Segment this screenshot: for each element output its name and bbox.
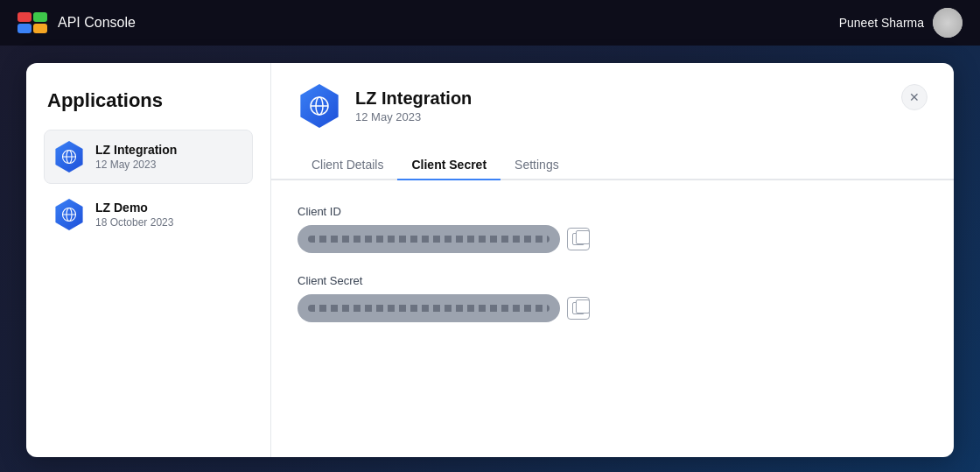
main-area: Applications LZ Integration 12 May 2023: [0, 46, 980, 472]
globe-icon-2: [61, 207, 77, 222]
client-secret-copy-button[interactable]: [567, 297, 590, 320]
client-id-row: [298, 225, 928, 253]
detail-title-wrap: LZ Integration 12 May 2023: [355, 88, 472, 123]
app-item-name-2: LZ Demo: [95, 201, 243, 215]
tab-client-details[interactable]: Client Details: [298, 151, 397, 180]
logo-sq-red: [18, 12, 32, 22]
tabs: Client Details Client Secret Settings: [271, 137, 954, 180]
logo-sq-yellow: [33, 24, 47, 33]
sidebar-item-lz-demo[interactable]: LZ Demo 18 October 2023: [44, 187, 253, 242]
detail-header: LZ Integration 12 May 2023 ✕: [271, 63, 954, 128]
sidebar-title: Applications: [44, 89, 253, 112]
copy-icon: [572, 233, 584, 245]
topnav-right: Puneet Sharma: [839, 8, 962, 38]
app-title: API Console: [58, 15, 136, 31]
detail-date: 12 May 2023: [355, 110, 472, 123]
sidebar-item-lz-integration[interactable]: LZ Integration 12 May 2023: [44, 130, 253, 184]
detail-icon-wrap: [298, 84, 341, 128]
user-name: Puneet Sharma: [839, 16, 924, 30]
app-icon-lz-demo: [53, 199, 85, 230]
close-button[interactable]: ✕: [901, 84, 928, 110]
client-id-field: Client ID: [298, 205, 928, 253]
app-item-info-1: LZ Integration 12 May 2023: [95, 143, 243, 171]
client-secret-label: Client Secret: [298, 274, 928, 287]
app-item-date-2: 18 October 2023: [95, 216, 243, 229]
tab-client-secret[interactable]: Client Secret: [397, 151, 500, 180]
avatar-image: [933, 8, 962, 38]
detail-hex-icon: [298, 84, 341, 128]
client-secret-masked: [308, 305, 550, 312]
main-card: Applications LZ Integration 12 May 2023: [26, 63, 954, 457]
client-secret-input: [298, 294, 560, 322]
topnav: API Console Puneet Sharma: [0, 0, 980, 46]
detail-header-left: LZ Integration 12 May 2023: [298, 84, 472, 128]
client-id-label: Client ID: [298, 205, 928, 218]
user-avatar[interactable]: [933, 8, 962, 38]
sidebar: Applications LZ Integration 12 May 2023: [26, 63, 271, 457]
globe-icon: [61, 149, 77, 165]
hex-icon: [53, 141, 85, 173]
app-item-date-1: 12 May 2023: [95, 159, 243, 171]
client-id-masked: [308, 236, 550, 243]
detail-content: Client ID Client Secret: [271, 180, 954, 457]
detail-title: LZ Integration: [355, 88, 472, 109]
logo-sq-green: [33, 12, 47, 22]
client-secret-row: [298, 294, 928, 322]
copy-icon-2: [572, 302, 584, 314]
logo-icon: [18, 12, 47, 33]
tab-settings[interactable]: Settings: [500, 151, 573, 180]
detail-globe-icon: [309, 95, 330, 116]
app-item-info-2: LZ Demo 18 October 2023: [95, 201, 243, 229]
client-id-input: [298, 225, 560, 253]
detail-panel: LZ Integration 12 May 2023 ✕ Client Deta…: [271, 63, 954, 457]
client-id-copy-button[interactable]: [567, 228, 590, 250]
client-secret-field: Client Secret: [298, 274, 928, 322]
app-icon-lz-integration: [53, 141, 85, 173]
logo-sq-blue: [18, 24, 32, 33]
app-item-name-1: LZ Integration: [95, 143, 243, 157]
topnav-left: API Console: [18, 12, 136, 33]
hex-icon-2: [53, 199, 85, 230]
